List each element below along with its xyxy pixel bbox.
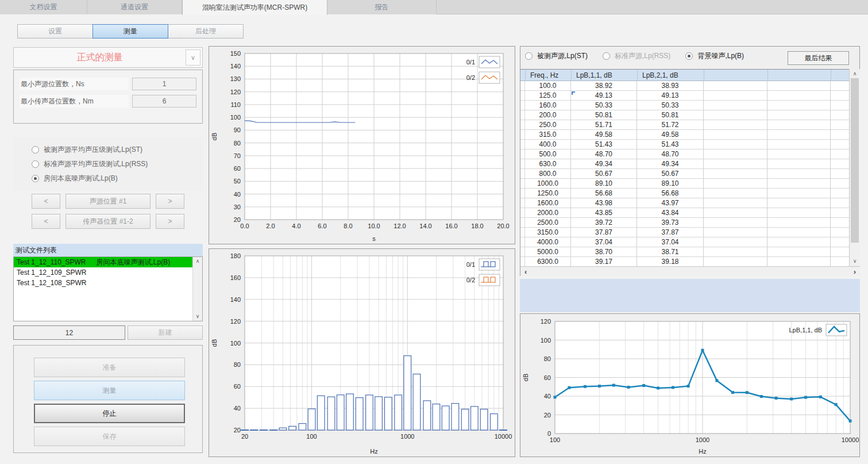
file-list-item[interactable]: Test 1_12_110_SPWR房间本底噪声测试,Lp(B) — [14, 257, 202, 267]
table-cell[interactable] — [767, 159, 831, 169]
table-cell[interactable] — [831, 130, 849, 140]
final-result-button[interactable]: 最后结果 — [788, 51, 849, 65]
table-cell[interactable]: 37.87 — [637, 228, 704, 237]
radio-icon[interactable] — [32, 160, 39, 168]
row-gutter[interactable] — [520, 218, 525, 228]
table-cell[interactable]: 500.0 — [525, 149, 571, 159]
row-gutter[interactable] — [520, 169, 525, 179]
file-count-button[interactable]: 12 — [13, 325, 125, 340]
prev-button[interactable]: < — [32, 214, 60, 229]
table-cell[interactable] — [704, 179, 767, 189]
table-cell[interactable] — [704, 169, 767, 179]
table-cell[interactable] — [704, 101, 767, 110]
table-cell[interactable]: 50.81 — [637, 110, 704, 120]
table-cell[interactable]: 51.43 — [571, 140, 637, 149]
table-cell[interactable] — [767, 218, 831, 228]
table-cell[interactable]: 49.58 — [571, 130, 637, 140]
table-cell[interactable]: 5000.0 — [525, 247, 571, 257]
table-cell[interactable]: 51.72 — [637, 120, 704, 130]
row-gutter[interactable] — [520, 237, 525, 247]
table-cell[interactable] — [704, 81, 767, 91]
table-cell[interactable] — [704, 228, 767, 237]
scroll-up-icon[interactable]: ∧ — [850, 70, 860, 78]
table-cell[interactable] — [831, 257, 849, 266]
result-radio-option[interactable]: 背景噪声,Lp(B) — [685, 51, 744, 61]
table-row[interactable]: 250.051.7151.72 — [520, 120, 849, 130]
param-input[interactable]: 6 — [132, 95, 196, 108]
table-cell[interactable]: 56.68 — [637, 189, 704, 198]
row-gutter[interactable] — [520, 91, 525, 101]
scroll-down-icon[interactable]: ∨ — [850, 257, 860, 266]
table-cell[interactable]: 49.34 — [571, 159, 637, 169]
table-cell[interactable] — [767, 130, 831, 140]
table-cell[interactable] — [704, 149, 767, 159]
table-cell[interactable] — [704, 247, 767, 257]
table-cell[interactable] — [767, 120, 831, 130]
table-cell[interactable]: 38.70 — [571, 247, 637, 257]
table-cell[interactable] — [831, 169, 849, 179]
file-list-scrollbar[interactable]: ∧∨ — [192, 257, 202, 321]
table-row[interactable]: 630.049.3449.34 — [520, 159, 849, 169]
results-table-hscrollbar[interactable]: ‹ › — [520, 266, 860, 276]
measurement-mode-dropdown[interactable]: 正式的测量 ∨ — [13, 47, 203, 68]
table-cell[interactable]: 3150.0 — [525, 228, 571, 237]
table-cell[interactable]: 50.33 — [637, 101, 704, 110]
table-cell[interactable] — [767, 228, 831, 237]
file-list-item[interactable]: Test 1_12_108_SPWR — [14, 278, 202, 288]
table-cell[interactable] — [767, 179, 831, 189]
table-row[interactable]: 5000.038.7038.71 — [520, 247, 849, 257]
table-row[interactable]: 2500.039.7239.73 — [520, 218, 849, 228]
table-row[interactable]: 315.049.5849.58 — [520, 130, 849, 140]
row-gutter[interactable] — [520, 179, 525, 189]
table-row[interactable]: 3150.037.8737.87 — [520, 228, 849, 237]
table-row[interactable]: 800.050.6750.67 — [520, 169, 849, 179]
table-cell[interactable]: 37.87 — [571, 228, 637, 237]
table-cell[interactable] — [704, 218, 767, 228]
table-cell[interactable] — [831, 140, 849, 149]
chevron-down-icon[interactable]: ∨ — [186, 49, 200, 66]
row-gutter[interactable] — [520, 140, 525, 149]
table-cell[interactable]: 39.73 — [637, 218, 704, 228]
table-cell[interactable] — [831, 189, 849, 198]
table-cell[interactable]: 48.70 — [571, 149, 637, 159]
table-row[interactable]: 1000.089.1089.10 — [520, 179, 849, 189]
table-cell[interactable]: 89.10 — [571, 179, 637, 189]
table-cell[interactable] — [767, 237, 831, 247]
table-cell[interactable]: 38.93 — [637, 81, 704, 91]
table-cell[interactable] — [704, 208, 767, 218]
table-row[interactable]: 125.049.1349.13 — [520, 91, 849, 101]
action-button-disabled[interactable]: 保存 — [34, 427, 185, 446]
table-cell[interactable]: 1250.0 — [525, 189, 571, 198]
table-cell[interactable] — [831, 120, 849, 130]
table-row[interactable]: 1600.043.9843.97 — [520, 198, 849, 208]
table-cell[interactable]: 200.0 — [525, 110, 571, 120]
top-tab-item[interactable]: 报告 — [327, 0, 437, 14]
table-cell[interactable] — [704, 91, 767, 101]
top-tab-item[interactable]: 文档设置 — [0, 0, 87, 14]
param-input[interactable]: 1 — [132, 78, 196, 90]
table-cell[interactable] — [831, 237, 849, 247]
table-cell[interactable] — [767, 149, 831, 159]
table-cell[interactable] — [767, 198, 831, 208]
table-cell[interactable] — [831, 110, 849, 120]
table-cell[interactable]: 49.13 — [637, 91, 704, 101]
table-cell[interactable]: 315.0 — [525, 130, 571, 140]
table-cell[interactable]: 2500.0 — [525, 218, 571, 228]
table-cell[interactable]: 38.71 — [637, 247, 704, 257]
table-cell[interactable]: 51.71 — [571, 120, 637, 130]
radio-icon[interactable] — [32, 146, 39, 154]
row-gutter[interactable] — [520, 198, 525, 208]
table-cell[interactable]: 50.67 — [637, 169, 704, 179]
action-button-enabled[interactable]: 停止 — [34, 404, 185, 423]
table-cell[interactable]: 37.04 — [571, 237, 637, 247]
table-cell[interactable]: 51.43 — [637, 140, 704, 149]
table-cell[interactable] — [704, 140, 767, 149]
table-cell[interactable] — [831, 198, 849, 208]
table-cell[interactable] — [831, 179, 849, 189]
table-cell[interactable]: 100.0 — [525, 81, 571, 91]
row-gutter[interactable] — [520, 208, 525, 218]
table-row[interactable]: 4000.037.0437.04 — [520, 237, 849, 247]
radio-icon[interactable] — [32, 175, 39, 182]
table-row[interactable]: 100.038.9238.93 — [520, 81, 849, 91]
table-cell[interactable]: 49.58 — [637, 130, 704, 140]
